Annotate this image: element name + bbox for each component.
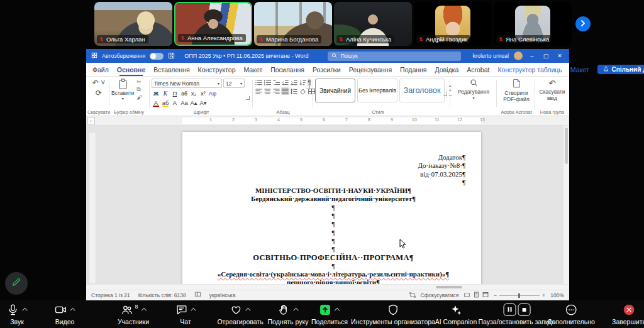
print-layout-icon[interactable] [474,292,479,299]
chevron-up-icon[interactable] [247,307,251,312]
undo-input-button[interactable]: ↶ Скасувати ввід [536,79,568,101]
chevron-up-icon[interactable] [142,307,147,312]
menu-tab[interactable]: Рецензування [349,66,392,74]
grow-font-icon[interactable]: А▴ [189,99,198,107]
numbered-list-icon[interactable] [264,79,272,86]
toolbar-item-chat[interactable]: Чат [175,300,196,328]
participant-tile[interactable]: Марина Богданова [254,2,332,46]
style-card[interactable]: Звичайний [315,79,355,102]
redo-icon[interactable]: ⟳ [96,89,102,97]
autosave-toggle[interactable] [150,53,164,60]
underline-icon[interactable]: П [170,89,179,97]
chevron-up-icon[interactable] [192,307,196,312]
copy-icon[interactable]: ⧉ [136,86,142,93]
decrease-indent-icon[interactable] [281,79,289,86]
create-pdf-button[interactable]: Створити PDF-файл [499,79,534,102]
menu-tab[interactable]: Розсилки [313,66,341,74]
document-page[interactable]: Додаток¶До·наказу·№8·¶від·07.03.2025¶¶МІ… [182,132,481,284]
justify-icon[interactable] [281,87,289,95]
web-layout-icon[interactable] [482,292,489,299]
toolbar-item-record-controls[interactable]: Пауза/остановить запись [479,300,556,328]
bullet-list-icon[interactable] [255,79,263,86]
paragraph-dialog-launcher[interactable] [306,85,310,89]
share-access-button[interactable]: Спільний доступ [597,65,644,74]
language-indicator[interactable]: українська [209,292,236,298]
bold-icon[interactable]: Ж [152,89,160,97]
zoom-level[interactable]: 100% [550,292,564,298]
toolbar-item-sparkle[interactable]: AI Companion [435,300,477,328]
chevron-up-icon[interactable] [71,307,75,312]
toolbar-item-participants[interactable]: 8Участники [118,300,149,328]
toolbar-item-end-call[interactable]: Завершить [612,300,644,328]
document-area[interactable]: Додаток¶До·наказу·№8·¶від·07.03.2025¶¶МІ… [86,126,569,284]
toolbar-item-share-screen[interactable]: Поделиться [311,300,348,328]
participant-tile[interactable]: Анна Александрова [174,2,252,46]
chevron-up-icon[interactable] [23,307,28,312]
toolbar-item-hand[interactable]: Поднять руку [268,300,309,328]
page-indicator[interactable]: Сторінка 1 із 21 [91,292,130,298]
menu-tab[interactable]: Acrobat [467,66,489,74]
proofing-icon[interactable] [194,292,201,299]
menu-tab[interactable]: Довідка [435,66,459,74]
shrink-font-icon[interactable]: А▾ [199,99,208,107]
menu-tab[interactable]: Макет [243,66,262,74]
cut-icon[interactable]: ✂ [136,79,142,85]
format-painter-icon[interactable]: 🖌 [136,94,142,101]
strikethrough-icon[interactable]: аб [180,89,189,97]
focus-label[interactable]: Сфокусуватися [421,292,459,298]
restore-button[interactable]: ▢ [541,53,550,59]
styles-dialog-launcher[interactable] [443,92,447,96]
zoom-slider[interactable]: − + [494,292,545,298]
menu-tab[interactable]: Посилання [270,66,304,74]
tab-selector[interactable]: ⌐ [87,117,95,124]
horizontal-ruler[interactable]: ⌐ 12345678910111213 [86,116,569,126]
change-case-icon[interactable]: Аа [180,99,189,107]
font-size-select[interactable]: 12▾ [223,79,245,88]
line-spacing-icon[interactable] [290,87,298,95]
menu-tab[interactable]: Конструктор [198,66,236,74]
zoom-in-icon[interactable]: + [542,292,545,298]
close-button[interactable]: ✕ [555,53,564,59]
undo-icon[interactable]: ↶ ˅ [92,79,105,87]
toolbar-item-shield[interactable]: Инструменты организатора [351,300,435,328]
participant-tile[interactable]: Аліна Кучинська [334,2,412,46]
toolbar-item-heart[interactable]: Отреагировать [217,300,263,328]
align-center-icon[interactable] [264,87,272,95]
font-color-icon[interactable]: А [152,99,160,107]
subscript-icon[interactable]: x₂ [189,89,198,97]
word-count[interactable]: Кількість слів: 6138 [138,292,186,298]
participant-tile[interactable]: Яна Слевінська [494,2,572,46]
minimize-button[interactable]: – [528,53,536,59]
italic-icon[interactable]: К [161,89,170,97]
horizontal-scrollbar[interactable] [86,284,569,290]
align-right-icon[interactable] [272,87,280,95]
menu-tab[interactable]: Подання [400,66,426,74]
user-avatar[interactable] [514,52,523,60]
zoom-out-icon[interactable]: − [494,292,497,298]
toolbar-item-more[interactable]: Дополнительно [547,300,595,328]
read-mode-icon[interactable] [464,292,470,299]
chevron-up-icon[interactable] [335,307,340,312]
chevron-up-icon[interactable] [294,307,299,312]
next-participants-button[interactable] [575,16,591,31]
toolbar-item-mic[interactable]: Звук [7,300,28,328]
save-icon[interactable] [168,52,175,60]
participant-tile[interactable]: Ольга Харлан [94,2,172,46]
font-dialog-launcher[interactable] [246,96,250,100]
paste-button[interactable]: Вставити ▾ [111,79,134,101]
superscript-icon[interactable]: x² [199,89,208,97]
highlight-icon[interactable]: аб [161,99,170,107]
menu-tab[interactable]: Вставлення [153,66,189,74]
vertical-scrollbar[interactable] [563,126,569,284]
editing-group[interactable]: Редагування ▾ [452,79,495,100]
menu-tab[interactable]: Основне [117,66,145,74]
style-card[interactable]: Заголовок [399,79,445,102]
menu-tab[interactable]: Конструктор таблиць [497,66,562,74]
multilevel-list-icon[interactable] [272,79,280,86]
search-box[interactable]: Пошук [328,52,461,61]
style-card[interactable]: Без інтервалів [357,79,397,102]
increase-indent-icon[interactable] [290,79,298,86]
text-effects-icon[interactable]: Аφ [208,89,217,97]
participant-tile[interactable]: Андрій Гвоздик [414,2,492,46]
annotate-button[interactable] [5,272,28,295]
